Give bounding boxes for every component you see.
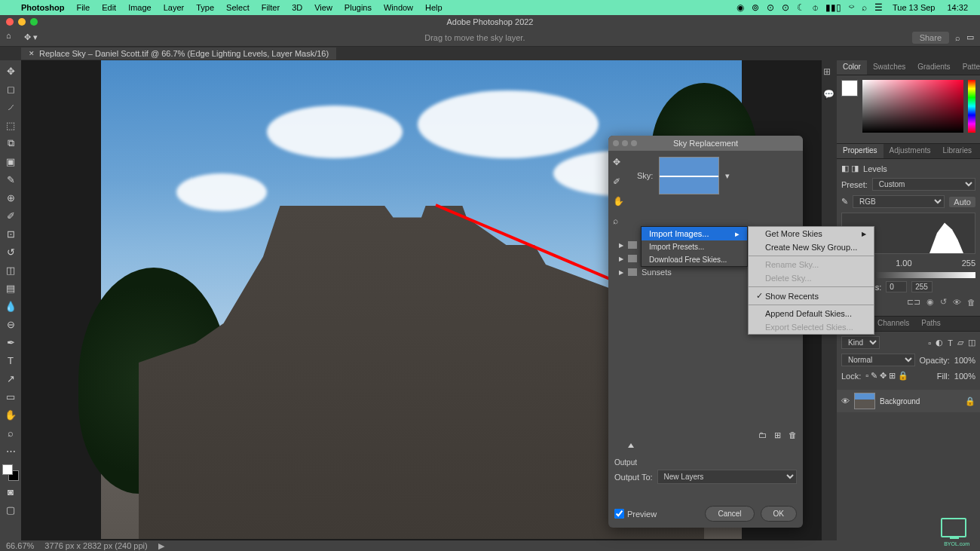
sky-move-tool-icon[interactable]: ✥	[613, 157, 626, 170]
home-icon[interactable]: ⌂	[6, 31, 20, 44]
maximize-window-icon[interactable]	[30, 18, 38, 26]
quickmask-icon[interactable]: ◙	[2, 484, 19, 499]
bluetooth-icon[interactable]: ⌽	[813, 2, 818, 13]
tab-paths[interactable]: Paths	[915, 317, 947, 331]
play-icon[interactable]: ⊙	[767, 2, 774, 13]
foreground-background-colors[interactable]	[2, 464, 19, 481]
hue-slider[interactable]	[968, 80, 975, 133]
move-tool-icon[interactable]: ✥ ▾	[24, 32, 38, 42]
menu-plugins[interactable]: Plugins	[338, 3, 378, 12]
type-tool-icon[interactable]: T	[2, 353, 19, 368]
tab-patterns[interactable]: Patterns	[957, 60, 980, 75]
sky-hand-tool-icon[interactable]: ✋	[613, 196, 626, 210]
layer-thumbnail[interactable]	[854, 393, 875, 409]
lock-icons[interactable]: ▫ ✎ ✥ ⊞ 🔒	[865, 371, 908, 381]
blend-mode-select[interactable]: Normal	[841, 354, 915, 366]
menu-edit[interactable]: Edit	[96, 3, 122, 12]
reset-icon[interactable]: ↺	[940, 297, 947, 307]
menu-type[interactable]: Type	[190, 3, 220, 12]
wifi-icon[interactable]: ⌔	[849, 2, 854, 13]
menu-window[interactable]: Window	[378, 3, 419, 12]
color-swatch[interactable]	[841, 80, 858, 96]
cancel-button[interactable]: Cancel	[705, 506, 754, 522]
filter-smart-icon[interactable]: ◫	[968, 338, 975, 347]
menubar-time[interactable]: 14:32	[941, 3, 974, 12]
level-lo-input[interactable]	[886, 281, 907, 292]
menu-import-presets[interactable]: Import Presets...	[642, 240, 747, 253]
color-field[interactable]	[862, 80, 963, 133]
clock-icon[interactable]: ⊙	[782, 2, 789, 13]
share-button[interactable]: Share	[912, 32, 949, 44]
filter-pixel-icon[interactable]: ▫	[928, 338, 931, 347]
brush-tool-icon[interactable]: ✐	[2, 208, 19, 223]
channel-select[interactable]: RGB	[853, 195, 945, 208]
document-tab[interactable]: ✕ Replace Sky – Daniel Scott.tif @ 66.7%…	[21, 47, 336, 60]
eyedropper-tool-icon[interactable]: ✎	[2, 172, 19, 187]
tab-properties[interactable]: Properties	[837, 144, 884, 158]
zoom-level[interactable]: 66.67%	[6, 541, 34, 550]
tab-channels[interactable]: Channels	[871, 317, 915, 331]
tab-adjustments[interactable]: Adjustments	[884, 144, 937, 158]
stamp-tool-icon[interactable]: ⊡	[2, 226, 19, 241]
blur-tool-icon[interactable]: 💧	[2, 298, 19, 314]
menu-select[interactable]: Select	[220, 3, 256, 12]
sky-brush-tool-icon[interactable]: ✐	[613, 176, 626, 190]
visibility-icon[interactable]: 👁	[953, 298, 961, 307]
shape-tool-icon[interactable]: ▭	[2, 389, 19, 404]
level-hi-input[interactable]	[911, 281, 933, 292]
close-tab-icon[interactable]: ✕	[29, 50, 35, 57]
menu-new-sky-group[interactable]: Create New Sky Group...	[749, 240, 874, 254]
preview-checkbox[interactable]: Preview	[614, 509, 699, 519]
eraser-tool-icon[interactable]: ◫	[2, 262, 19, 277]
workspace-icon[interactable]: ▭	[966, 32, 974, 42]
tab-gradients[interactable]: Gradients	[911, 60, 956, 75]
battery-icon[interactable]: ▮▮▯	[825, 2, 841, 13]
trash-icon[interactable]: 🗑	[967, 298, 975, 307]
history-brush-icon[interactable]: ↺	[2, 244, 19, 259]
filter-type-icon[interactable]: T	[948, 338, 953, 347]
marquee-tool-icon[interactable]: ◻	[2, 81, 19, 96]
menu-import-images[interactable]: Import Images...▸	[642, 227, 747, 240]
new-preset-icon[interactable]: ⊞	[774, 430, 781, 440]
tab-libraries[interactable]: Libraries	[937, 144, 978, 158]
filter-shape-icon[interactable]: ▱	[957, 338, 963, 347]
zoom-slider-thumb[interactable]	[628, 443, 634, 448]
output-to-select[interactable]: New Layers	[657, 470, 797, 484]
sky-zoom-tool-icon[interactable]: ⌕	[613, 216, 626, 229]
comments-panel-icon[interactable]: 💬	[823, 89, 835, 101]
pen-tool-icon[interactable]: ✒	[2, 335, 19, 350]
menu-get-more-skies[interactable]: Get More Skies▶	[749, 227, 874, 240]
move-tool-icon[interactable]: ✥	[2, 63, 19, 78]
traffic-lights[interactable]	[6, 18, 38, 26]
new-folder-icon[interactable]: 🗀	[758, 430, 767, 440]
menu-image[interactable]: Image	[122, 3, 158, 12]
dialog-titlebar[interactable]: Sky Replacement	[608, 136, 803, 151]
layer-visibility-icon[interactable]: 👁	[841, 396, 850, 406]
auto-button[interactable]: Auto	[949, 197, 975, 207]
control-center-icon[interactable]: ☰	[874, 2, 883, 13]
search-icon[interactable]: ⌕	[862, 2, 867, 13]
fill-value[interactable]: 100%	[954, 372, 975, 381]
dodge-tool-icon[interactable]: ⊖	[2, 317, 19, 332]
search-ps-icon[interactable]: ⌕	[955, 33, 960, 42]
menubar-date[interactable]: Tue 13 Sep	[887, 3, 941, 12]
ok-button[interactable]: OK	[761, 506, 797, 522]
preset-select[interactable]: Custom	[872, 178, 975, 191]
edit-toolbar-icon[interactable]: ⋯	[2, 443, 19, 458]
sync-icon[interactable]: ⊚	[752, 2, 759, 13]
selection-tool-icon[interactable]: ⬚	[2, 118, 19, 133]
zoom-tool-icon[interactable]: ⌕	[2, 425, 19, 440]
layer-kind-select[interactable]: Kind	[841, 336, 880, 349]
history-panel-icon[interactable]: ⊞	[823, 66, 835, 78]
sky-dropdown-icon[interactable]: ▾	[725, 171, 730, 181]
crop-tool-icon[interactable]: ⧉	[2, 136, 19, 151]
menu-file[interactable]: File	[70, 3, 96, 12]
menu-help[interactable]: Help	[419, 3, 449, 12]
frame-tool-icon[interactable]: ▣	[2, 154, 19, 169]
gradient-tool-icon[interactable]: ▤	[2, 280, 19, 295]
healing-tool-icon[interactable]: ⊕	[2, 190, 19, 205]
lasso-tool-icon[interactable]: ⟋	[2, 99, 19, 115]
screenmode-icon[interactable]: ▢	[2, 502, 19, 517]
moon-icon[interactable]: ☾	[797, 2, 805, 13]
menu-3d[interactable]: 3D	[286, 3, 308, 12]
